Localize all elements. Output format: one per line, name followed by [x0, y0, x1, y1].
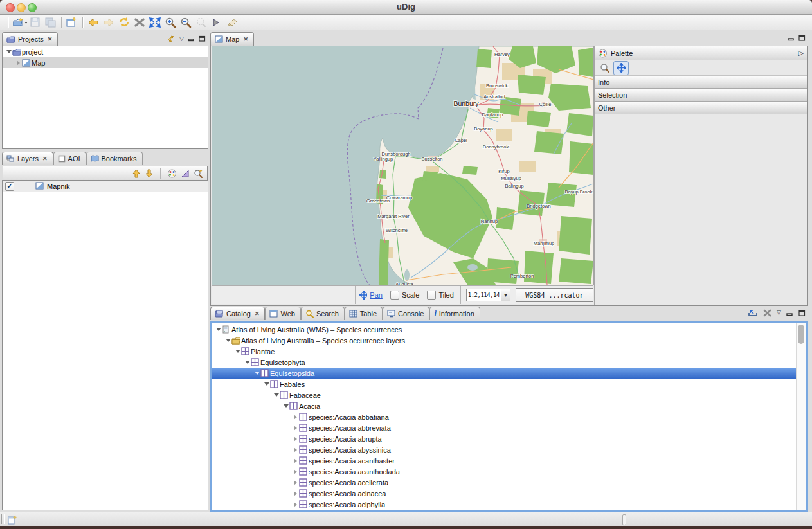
zoom-in-icon[interactable]	[163, 16, 178, 29]
scale-combo[interactable]: 1:2,114,14 ▼	[466, 289, 510, 301]
view-menu-chevron-icon[interactable]: ▽	[179, 36, 184, 42]
import-icon[interactable]	[748, 309, 758, 317]
collapse-arrow-icon[interactable]	[244, 361, 251, 364]
close-tab-icon[interactable]: ✕	[48, 36, 53, 42]
fast-view-icon[interactable]	[8, 515, 18, 525]
statusbar-drag-handle[interactable]	[1, 514, 5, 524]
maximize-view-icon[interactable]	[199, 35, 206, 42]
palette-expand-icon[interactable]: ▷	[798, 49, 804, 57]
pan-tool-button[interactable]	[613, 61, 629, 75]
expand-arrow-icon[interactable]	[292, 447, 299, 453]
refresh-icon[interactable]	[116, 16, 132, 29]
crs-button[interactable]: WGS84 ...rcator	[516, 288, 593, 302]
catalog-tree-item[interactable]: species:Acacia abbreviata	[212, 422, 797, 433]
style-editor-icon[interactable]	[181, 169, 190, 177]
expand-arrow-icon[interactable]	[292, 436, 299, 442]
pan-link[interactable]: Pan	[370, 291, 383, 299]
catalog-tree-item[interactable]: species:Acacia abrupta	[212, 433, 797, 444]
layer-row[interactable]: ✓Mapnik	[3, 181, 208, 192]
collapse-arrow-icon[interactable]	[5, 50, 12, 53]
catalog-tree-item[interactable]: Plantae	[212, 346, 797, 357]
collapse-arrow-icon[interactable]	[215, 328, 222, 331]
collapse-arrow-icon[interactable]	[234, 350, 241, 353]
minimize-view-icon[interactable]	[188, 35, 195, 42]
styling-icon[interactable]	[167, 169, 177, 178]
catalog-vertical-scrollbar[interactable]	[796, 323, 806, 510]
scrollbar-thumb[interactable]	[798, 325, 804, 344]
expand-arrow-icon[interactable]	[292, 426, 299, 431]
palette-drawer-selection[interactable]: Selection	[595, 89, 807, 102]
close-tab-icon[interactable]: ✕	[42, 156, 48, 162]
move-layer-down-icon[interactable]	[145, 169, 154, 178]
maximize-view-icon[interactable]	[798, 310, 806, 316]
tab-console[interactable]: Console	[383, 307, 429, 320]
collapse-arrow-icon[interactable]	[263, 382, 270, 386]
scale-checkbox[interactable]	[390, 291, 399, 300]
catalog-tree-item[interactable]: Equisetophyta	[212, 357, 797, 368]
tiled-checkbox[interactable]	[427, 291, 436, 300]
zoom-extent-icon[interactable]	[147, 16, 163, 29]
palette-drawer-other[interactable]: Other	[595, 102, 807, 114]
tab-layers[interactable]: Layers ✕	[2, 152, 53, 165]
tab-projects[interactable]: Projects ✕	[2, 32, 58, 46]
link-with-editor-icon[interactable]	[167, 35, 176, 42]
tab-search[interactable]: Search	[301, 307, 345, 320]
save-all-icon[interactable]	[43, 16, 59, 29]
collapse-arrow-icon[interactable]	[224, 339, 231, 342]
catalog-tree-item[interactable]: species:Acacia aciphylla	[212, 499, 797, 510]
expand-arrow-icon[interactable]	[15, 60, 22, 66]
catalog-tree-item[interactable]: species:Acacia abyssinica	[212, 444, 797, 455]
collapse-arrow-icon[interactable]	[273, 393, 280, 397]
toolbar-drag-handle[interactable]	[6, 17, 9, 28]
catalog-tree-item[interactable]: Acacia	[212, 400, 797, 411]
close-tab-icon[interactable]: ✕	[243, 36, 248, 42]
expand-arrow-icon[interactable]	[292, 502, 299, 507]
layer-visibility-checkbox[interactable]: ✓	[5, 182, 14, 191]
catalog-tree-item[interactable]: species:Acacia acinacea	[212, 488, 797, 499]
expand-arrow-icon[interactable]	[292, 491, 299, 496]
projects-tree-item[interactable]: project	[3, 46, 208, 57]
zoom-out-icon[interactable]	[178, 16, 194, 29]
move-layer-up-icon[interactable]	[132, 169, 141, 178]
new-project-dropdown-icon[interactable]	[12, 16, 28, 29]
catalog-tree-item[interactable]: species:Acacia acellerata	[212, 477, 797, 488]
tab-aoi[interactable]: AOI	[53, 152, 86, 165]
tab-bookmarks[interactable]: Bookmarks	[86, 152, 143, 165]
zoom-selection-icon[interactable]	[194, 16, 209, 29]
palette-header[interactable]: Palette ▷	[595, 46, 807, 60]
expand-arrow-icon[interactable]	[292, 458, 299, 463]
collapse-arrow-icon[interactable]	[282, 404, 289, 408]
window-titlebar[interactable]: uDig	[0, 0, 812, 15]
next-icon[interactable]	[209, 16, 224, 29]
new-map-icon[interactable]	[64, 16, 80, 29]
eraser-icon[interactable]	[224, 16, 240, 29]
find-icon[interactable]	[194, 169, 203, 178]
catalog-tree-item[interactable]: Fabaceae	[212, 390, 797, 400]
minimize-editor-icon[interactable]	[788, 35, 795, 41]
catalog-tree-item[interactable]: Equisetopsida	[212, 368, 797, 379]
tab-information[interactable]: i Information	[429, 307, 480, 320]
map-canvas[interactable]: HarveyBrunswickAustralindBunburyDardanup…	[212, 46, 594, 285]
catalog-tree-item[interactable]: Atlas of Living Australia (WMS) – Specie…	[212, 324, 797, 335]
forward-arrow-icon[interactable]	[101, 16, 116, 29]
minimize-view-icon[interactable]	[786, 310, 793, 316]
palette-drawer-info[interactable]: Info	[595, 76, 807, 89]
tab-catalog[interactable]: Catalog ✕	[210, 307, 265, 320]
tab-web[interactable]: Web	[265, 307, 300, 320]
catalog-tree-item[interactable]: Atlas of Living Australia – Species occu…	[212, 335, 797, 346]
collapse-arrow-icon[interactable]	[253, 372, 260, 375]
delete-icon[interactable]	[132, 16, 147, 29]
expand-arrow-icon[interactable]	[292, 469, 299, 474]
catalog-tree-item[interactable]: species:Acacia acanthaster	[212, 455, 797, 466]
maximize-editor-icon[interactable]	[798, 35, 806, 41]
expand-arrow-icon[interactable]	[292, 415, 299, 420]
view-menu-chevron-icon[interactable]: ▽	[777, 310, 781, 316]
catalog-tree-item[interactable]: species:Acacia acanthoclada	[212, 466, 797, 477]
tab-table[interactable]: Table	[345, 307, 383, 320]
scale-combo-dropdown-icon[interactable]: ▼	[501, 289, 510, 301]
projects-tree-item[interactable]: Map	[3, 57, 208, 68]
save-icon[interactable]	[28, 16, 43, 29]
tab-map-editor[interactable]: Map ✕	[210, 32, 254, 46]
back-arrow-icon[interactable]	[86, 16, 101, 29]
remove-icon[interactable]	[763, 309, 771, 317]
